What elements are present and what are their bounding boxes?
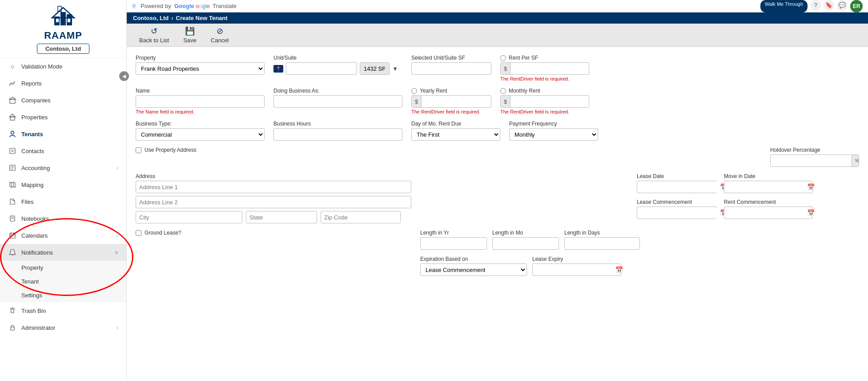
- notif-settings-item[interactable]: Settings: [0, 288, 126, 302]
- business-hours-input[interactable]: [273, 128, 402, 141]
- sidebar-item-companies[interactable]: Companies: [0, 92, 126, 109]
- expiration-based-group: Expiration Based on Lease Commencement: [420, 256, 527, 276]
- selected-sf-input[interactable]: 1,432: [411, 62, 491, 75]
- ground-lease-checkbox[interactable]: [136, 230, 141, 236]
- mapping-icon: [8, 180, 17, 189]
- payment-freq-select[interactable]: Monthly: [509, 128, 598, 141]
- unit-suite-dropdown-icon[interactable]: ▼: [392, 65, 398, 72]
- rent-per-sf-radio-row: Rent Per SF: [500, 55, 859, 61]
- sidebar-item-administrator[interactable]: Administrator ›: [0, 319, 126, 336]
- dates-group: Lease Date 06/03/2022 📅 Move in Date: [637, 173, 859, 219]
- sidebar-item-label: Notifications: [21, 249, 110, 256]
- lease-date-input[interactable]: 06/03/2022: [637, 182, 718, 192]
- svg-point-11: [11, 131, 14, 134]
- length-yr-input[interactable]: [420, 237, 487, 250]
- use-property-address-label: Use Property Address: [145, 147, 197, 153]
- help-button[interactable]: ?: [810, 0, 821, 11]
- rent-commencement-wrapper: 06/03/2022 📅: [724, 207, 813, 219]
- breadcrumb-bar: Contoso, Ltd › Create New Tenant: [127, 12, 868, 24]
- state-input[interactable]: [246, 211, 317, 223]
- cancel-button[interactable]: ⊘ Cancel: [205, 24, 235, 45]
- walk-me-through-button[interactable]: Walk Me Through: [760, 0, 808, 12]
- dba-label: Doing Business As:: [273, 88, 402, 94]
- form-row-3: Business Type: Commercial Business Hours…: [136, 121, 859, 141]
- sidebar-item-reports[interactable]: Reports: [0, 75, 126, 92]
- powered-by-label: Powered by: [141, 3, 171, 9]
- unit-suite-wrapper: 📍 301-A Peach Drive 1432 SF ▼: [273, 62, 402, 75]
- address-group: Address: [136, 173, 628, 223]
- move-in-cal-icon[interactable]: 📅: [805, 183, 816, 190]
- sidebar-item-label: Tenants: [21, 131, 118, 138]
- rent-per-sf-radio[interactable]: [500, 55, 506, 61]
- rent-per-sf-group: Rent Per SF $ 0.00 The RentDriver field …: [500, 55, 859, 81]
- expiration-based-select[interactable]: Lease Commencement: [420, 263, 527, 276]
- chevron-right-icon: ›: [117, 233, 118, 238]
- rent-commencement-input[interactable]: 06/03/2022: [724, 208, 805, 218]
- svg-rect-6: [68, 19, 70, 22]
- user-avatar[interactable]: ER: [850, 0, 863, 12]
- length-days-input[interactable]: [564, 237, 640, 250]
- unit-suite-input[interactable]: 301-A Peach Drive: [286, 62, 357, 75]
- sidebar-toggle-button[interactable]: ◀: [119, 71, 129, 81]
- sidebar-nav: ○ Validation Mode Reports Companies Pro: [0, 58, 126, 381]
- day-of-mo-select[interactable]: The First: [411, 128, 500, 141]
- name-input[interactable]: [136, 95, 265, 108]
- move-in-input[interactable]: 06/03/2022: [724, 182, 805, 192]
- sidebar-item-contacts[interactable]: Contacts: [0, 142, 126, 159]
- back-to-list-button[interactable]: ↺ Back to List: [133, 24, 175, 45]
- notifications-icon: [8, 248, 17, 257]
- company-name-box[interactable]: Contoso, Ltd: [37, 44, 89, 54]
- sidebar-item-files[interactable]: Files: [0, 193, 126, 210]
- selected-sf-label: Selected Unit/Suite SF: [411, 55, 491, 61]
- translate-button[interactable]: ⚲: [132, 3, 136, 9]
- sidebar-item-notebooks[interactable]: Notebooks: [0, 210, 126, 227]
- sidebar-item-tenants[interactable]: Tenants: [0, 126, 126, 142]
- lease-expiry-input[interactable]: 06/02/2027: [533, 265, 614, 275]
- sidebar-item-validation-mode[interactable]: ○ Validation Mode: [0, 58, 126, 75]
- sidebar-item-label: Trash Bin: [21, 308, 118, 314]
- selected-sf-group: Selected Unit/Suite SF 1,432: [411, 55, 491, 75]
- property-select[interactable]: Frank Road Properties: [136, 62, 265, 75]
- holdover-input[interactable]: 100: [771, 156, 852, 166]
- main-content: ⚲ Powered by Google oogle Translate Walk…: [127, 0, 868, 381]
- notifications-button[interactable]: 💬: [837, 0, 848, 11]
- form-row-ground: Ground Lease? Length in Yr Length in Mo: [136, 230, 859, 250]
- unit-suite-label: Unit/Suite: [273, 55, 402, 61]
- sidebar-item-notifications[interactable]: Notifications ∨: [0, 244, 126, 261]
- use-property-address-checkbox[interactable]: [136, 147, 141, 153]
- city-input[interactable]: [136, 211, 242, 223]
- sidebar-item-properties[interactable]: Properties: [0, 109, 126, 126]
- notif-tenant-item[interactable]: Tenant: [0, 275, 126, 288]
- yearly-rent-radio[interactable]: [411, 88, 417, 94]
- address-line2-input[interactable]: [136, 196, 411, 208]
- monthly-rent-wrapper: $ 0.00: [500, 95, 589, 108]
- breadcrumb-company[interactable]: Contoso, Ltd: [133, 15, 169, 21]
- sf-value: 1432 SF: [360, 62, 390, 75]
- business-type-select[interactable]: Commercial: [136, 128, 265, 141]
- sidebar-item-calendars[interactable]: Calendars ›: [0, 227, 126, 244]
- sidebar-item-accounting[interactable]: Accounting ›: [0, 159, 126, 176]
- save-button[interactable]: 💾 Save: [177, 24, 203, 45]
- rent-comm-cal-icon[interactable]: 📅: [805, 209, 816, 216]
- google-e: e: [207, 3, 210, 9]
- svg-rect-1: [60, 12, 66, 25]
- dollar-addon: $: [501, 63, 510, 74]
- rent-per-sf-input[interactable]: 0.00: [510, 64, 589, 74]
- sidebar-item-mapping[interactable]: Mapping: [0, 176, 126, 193]
- calendars-icon: [8, 231, 17, 240]
- save-label: Save: [183, 37, 197, 44]
- lease-expiry-cal-icon[interactable]: 📅: [614, 266, 625, 273]
- length-mo-input[interactable]: [492, 237, 559, 250]
- lease-commencement-input[interactable]: 06/03/2022: [637, 208, 718, 218]
- move-in-group: Move in Date 06/03/2022 📅: [724, 173, 813, 193]
- sidebar-item-trash-bin[interactable]: Trash Bin: [0, 302, 126, 319]
- notif-property-item[interactable]: Property: [0, 261, 126, 275]
- zip-input[interactable]: [321, 211, 401, 223]
- monthly-rent-input[interactable]: 0.00: [510, 97, 589, 107]
- bookmark-button[interactable]: 🔖: [824, 0, 834, 11]
- yearly-rent-input[interactable]: 0.00: [422, 97, 491, 107]
- address-line1-input[interactable]: [136, 181, 411, 193]
- yearly-dollar-addon: $: [412, 96, 422, 107]
- monthly-rent-radio[interactable]: [500, 88, 506, 94]
- dba-input[interactable]: [273, 95, 402, 108]
